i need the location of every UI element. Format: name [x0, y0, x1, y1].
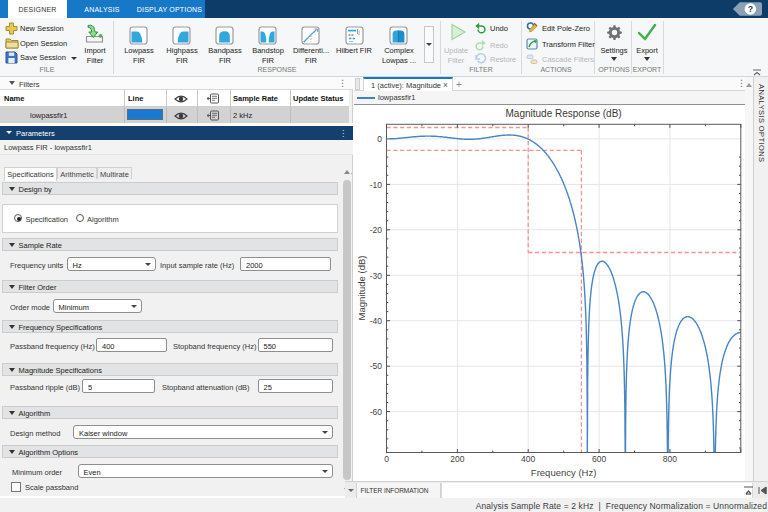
svg-text:Magnitude Response (dB): Magnitude Response (dB)	[506, 108, 622, 119]
svg-text:-60: -60	[370, 407, 383, 417]
svg-text:400: 400	[521, 454, 535, 464]
svg-text:0: 0	[384, 454, 389, 464]
svg-text:Frequency (Hz): Frequency (Hz)	[531, 467, 596, 478]
svg-text:-10: -10	[370, 180, 383, 190]
svg-text:j: j	[358, 29, 360, 35]
svg-text:-40: -40	[370, 316, 383, 326]
svg-text:-50: -50	[370, 361, 383, 371]
svg-text:-30: -30	[370, 271, 383, 281]
svg-text:0: 0	[377, 134, 382, 144]
svg-text:800: 800	[663, 454, 677, 464]
svg-text:Magnitude (dB): Magnitude (dB)	[356, 256, 367, 321]
svg-text:-20: -20	[370, 225, 383, 235]
svg-text:200: 200	[450, 454, 464, 464]
svg-text:600: 600	[592, 454, 606, 464]
svg-text:?: ?	[748, 4, 753, 14]
